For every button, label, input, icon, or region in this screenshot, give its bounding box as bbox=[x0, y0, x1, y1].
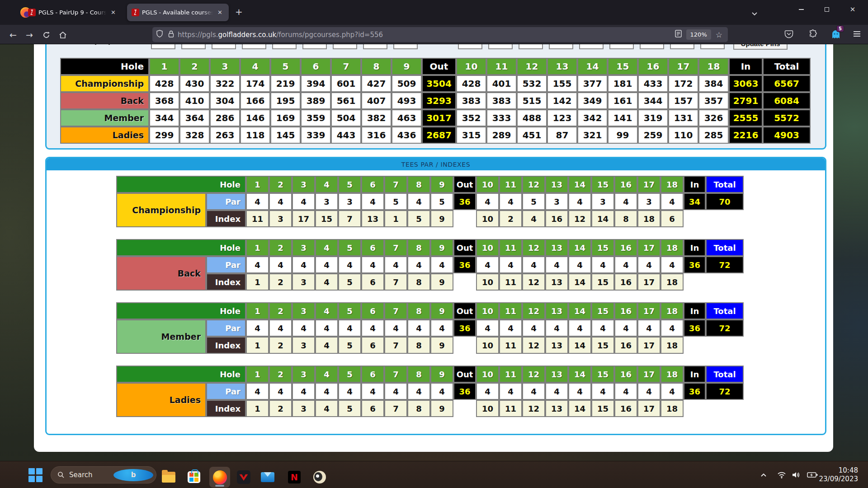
distance-cell: 118 bbox=[240, 127, 270, 144]
taskbar-predator[interactable] bbox=[233, 467, 254, 488]
pin-input[interactable] bbox=[181, 44, 206, 49]
list-all-tabs-icon[interactable] bbox=[751, 9, 758, 18]
distance-cell: 155 bbox=[547, 75, 577, 92]
lock-icon[interactable] bbox=[168, 30, 174, 39]
hole-header: 13 bbox=[545, 176, 568, 193]
taskbar-clock[interactable]: 10:48 23/09/2023 bbox=[819, 466, 858, 483]
distance-cell: 304 bbox=[210, 92, 240, 109]
hole-header: 17 bbox=[637, 302, 660, 319]
forward-button[interactable]: → bbox=[23, 28, 36, 42]
par-cell: 4 bbox=[660, 193, 684, 210]
par-cell: 4 bbox=[637, 256, 660, 273]
pin-input[interactable] bbox=[609, 44, 634, 49]
out-total-cell: 3017 bbox=[422, 109, 456, 127]
tab-close-icon[interactable]: ✕ bbox=[216, 8, 224, 17]
battery-icon[interactable] bbox=[804, 461, 821, 488]
hole-header: 17 bbox=[637, 176, 660, 193]
taskbar-microsoft-store[interactable] bbox=[184, 467, 204, 488]
pin-input[interactable] bbox=[302, 44, 327, 49]
distance-cell: 333 bbox=[486, 109, 517, 127]
pin-input[interactable] bbox=[333, 44, 357, 49]
pin-input[interactable] bbox=[242, 44, 266, 49]
hole-header: 5 bbox=[338, 302, 361, 319]
shield-icon[interactable] bbox=[156, 30, 163, 39]
bookmark-star-icon[interactable]: ☆ bbox=[716, 30, 722, 39]
index-cell: 9 bbox=[430, 273, 453, 291]
menu-hamburger-icon[interactable] bbox=[854, 31, 860, 37]
par-cell: 3 bbox=[315, 193, 338, 210]
hole-header: 7 bbox=[384, 176, 407, 193]
zoom-level-badge[interactable]: 120% bbox=[686, 29, 711, 40]
start-button[interactable] bbox=[28, 468, 42, 482]
par-cell: 4 bbox=[384, 319, 407, 337]
hole-header: 10 bbox=[456, 58, 486, 75]
par-in-cell: 36 bbox=[684, 383, 706, 400]
hole-header: 12 bbox=[522, 176, 545, 193]
hole-header: 8 bbox=[407, 239, 430, 256]
pin-input[interactable] bbox=[700, 44, 725, 49]
mail-icon bbox=[261, 472, 274, 482]
hole-header: 6 bbox=[361, 302, 384, 319]
tab-pairup9[interactable]: PGLS - PairUp 9 - Course & Con ✕ bbox=[24, 4, 122, 21]
index-cell: 11 bbox=[246, 210, 269, 227]
window-maximize-button[interactable] bbox=[816, 0, 837, 19]
pin-input[interactable] bbox=[458, 44, 482, 49]
tray-chevron[interactable] bbox=[757, 461, 770, 488]
tab-available-courses[interactable]: PGLS - Available courses ✕ bbox=[127, 4, 229, 21]
url-bar[interactable]: https://pgls.golfladders.co.uk/forums/pg… bbox=[152, 27, 728, 42]
wifi-icon[interactable] bbox=[774, 461, 789, 488]
taskbar-search[interactable]: Search b bbox=[51, 466, 156, 483]
index-cell: 3 bbox=[269, 210, 292, 227]
par-cell: 4 bbox=[292, 319, 315, 337]
pin-input[interactable] bbox=[393, 44, 418, 49]
empty-cell bbox=[684, 210, 706, 227]
reader-mode-icon[interactable] bbox=[675, 30, 682, 39]
speaker-icon[interactable] bbox=[788, 461, 804, 488]
back-button[interactable]: ← bbox=[6, 28, 20, 42]
pin-input[interactable] bbox=[363, 44, 387, 49]
update-pins-button[interactable]: Update Pins bbox=[733, 44, 788, 50]
extension-ghost-icon[interactable]: 5 bbox=[831, 29, 841, 41]
window-close-button[interactable]: ✕ bbox=[842, 0, 863, 19]
hole-header: 2 bbox=[179, 58, 210, 75]
taskbar-firefox[interactable] bbox=[209, 467, 230, 488]
tab-close-icon[interactable]: ✕ bbox=[109, 8, 118, 17]
par-cell: 4 bbox=[292, 193, 315, 210]
taskbar-netflix[interactable]: N bbox=[284, 467, 305, 488]
new-tab-button[interactable]: + bbox=[235, 7, 243, 16]
hole-corner-header: Hole bbox=[116, 239, 246, 256]
distance-cell: 427 bbox=[361, 75, 392, 92]
index-cell: 3 bbox=[292, 400, 315, 417]
empty-cell bbox=[453, 337, 476, 354]
pin-input[interactable] bbox=[488, 44, 513, 49]
pin-input[interactable] bbox=[670, 44, 694, 49]
distance-table-panel: Update Pins Hole123456789Out101112131415… bbox=[45, 44, 826, 150]
pocket-icon[interactable] bbox=[784, 29, 793, 40]
index-cell: 17 bbox=[637, 273, 660, 291]
extensions-puzzle-icon[interactable] bbox=[808, 29, 818, 41]
taskbar-audio-app[interactable] bbox=[309, 467, 330, 488]
pin-input[interactable] bbox=[519, 44, 543, 49]
pins-strip: Update Pins bbox=[47, 44, 825, 58]
index-cell: 11 bbox=[499, 273, 522, 291]
taskbar-file-explorer[interactable] bbox=[158, 467, 179, 488]
index-cell: 7 bbox=[384, 337, 407, 354]
pin-input[interactable] bbox=[579, 44, 604, 49]
pin-input[interactable] bbox=[212, 44, 236, 49]
window-minimize-button[interactable] bbox=[791, 0, 811, 19]
par-total-cell: 72 bbox=[706, 256, 744, 273]
empty-cell bbox=[706, 337, 744, 354]
index-cell: 17 bbox=[292, 210, 315, 227]
home-button[interactable] bbox=[56, 28, 70, 42]
clipped-text-mark bbox=[95, 44, 96, 45]
tab-title: PGLS - PairUp 9 - Course & Con bbox=[38, 9, 106, 16]
pin-input[interactable] bbox=[640, 44, 664, 49]
taskbar-mail[interactable] bbox=[257, 467, 278, 488]
pin-input[interactable] bbox=[151, 44, 175, 49]
index-cell: 6 bbox=[660, 210, 684, 227]
par-cell: 4 bbox=[568, 193, 591, 210]
empty-cell bbox=[453, 273, 476, 291]
pin-input[interactable] bbox=[549, 44, 573, 49]
pin-input[interactable] bbox=[272, 44, 297, 49]
reload-icon[interactable] bbox=[39, 28, 53, 42]
